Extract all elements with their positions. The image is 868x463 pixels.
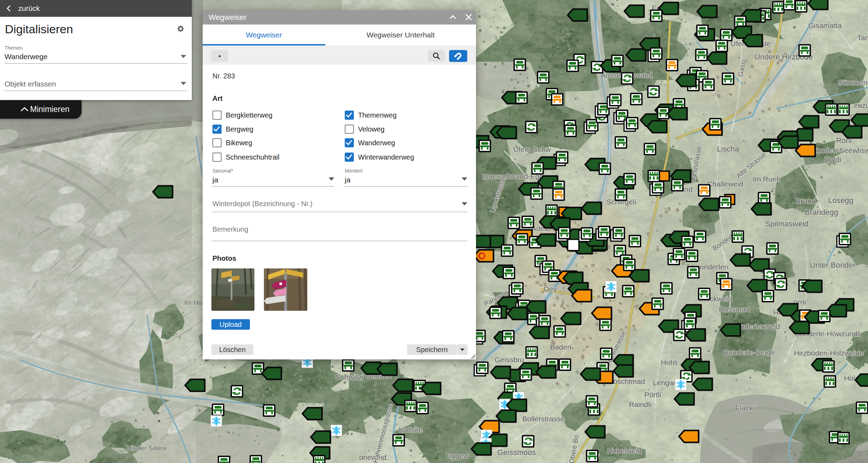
svg-text:Brandegg: Brandegg bbox=[805, 208, 838, 217]
svg-text:Lengwe: Lengwe bbox=[653, 379, 679, 387]
svg-text:Gisamatta: Gisamatta bbox=[808, 21, 842, 29]
svg-text:Challeweid: Challeweid bbox=[707, 180, 743, 188]
svg-text:zboden-Seewliswe: zboden-Seewliswe bbox=[813, 146, 868, 154]
svg-text:Lischa: Lischa bbox=[717, 145, 739, 153]
svg-text:Unter Bonder: Unter Bonder bbox=[810, 261, 856, 269]
svg-text:Rossmad: Rossmad bbox=[719, 305, 750, 313]
svg-text:Fläckli: Fläckli bbox=[735, 404, 756, 412]
svg-text:Bollerstrasse: Bollerstrasse bbox=[522, 415, 565, 423]
svg-text:Raindli: Raindli bbox=[629, 400, 651, 408]
svg-text:Eggew: Eggew bbox=[446, 452, 469, 460]
svg-text:Hohli: Hohli bbox=[661, 358, 678, 366]
svg-text:Zrydi: Zrydi bbox=[824, 155, 841, 164]
svg-text:Brand: Brand bbox=[796, 197, 816, 205]
svg-text:Pörtli: Pörtli bbox=[644, 391, 661, 399]
svg-text:Hirzboden-Holzweide: Hirzboden-Holzweide bbox=[794, 349, 864, 357]
svg-text:Hinder Sillere: Hinder Sillere bbox=[127, 444, 167, 452]
svg-text:Losegg: Losegg bbox=[828, 196, 853, 205]
svg-text:Hubelweid: Hubelweid bbox=[607, 447, 642, 455]
svg-text:Bunderle-Bergli: Bunderle-Bergli bbox=[724, 348, 775, 356]
svg-text:Im Ruefi: Im Ruefi bbox=[753, 175, 780, 183]
svg-text:Sümmerig: Sümmerig bbox=[838, 78, 868, 86]
svg-text:onderlen: onderlen bbox=[700, 263, 728, 271]
svg-text:euzun: euzun bbox=[854, 101, 868, 109]
svg-text:Boden: Boden bbox=[550, 343, 572, 351]
svg-text:Geissmoos: Geissmoos bbox=[497, 448, 536, 457]
svg-text:Ufem Schw: Ufem Schw bbox=[513, 145, 551, 153]
svg-text:Oey: Oey bbox=[544, 285, 557, 293]
svg-text:Tan: Tan bbox=[857, 34, 868, 42]
svg-text:hattsite: hattsite bbox=[399, 426, 422, 434]
svg-text:Schwitzi: Schwitzi bbox=[335, 373, 364, 381]
svg-text:Geissbru: Geissbru bbox=[495, 356, 524, 364]
svg-text:onderlenweid: onderlenweid bbox=[736, 322, 780, 330]
svg-text:Spilmasweid: Spilmasweid bbox=[765, 219, 808, 228]
